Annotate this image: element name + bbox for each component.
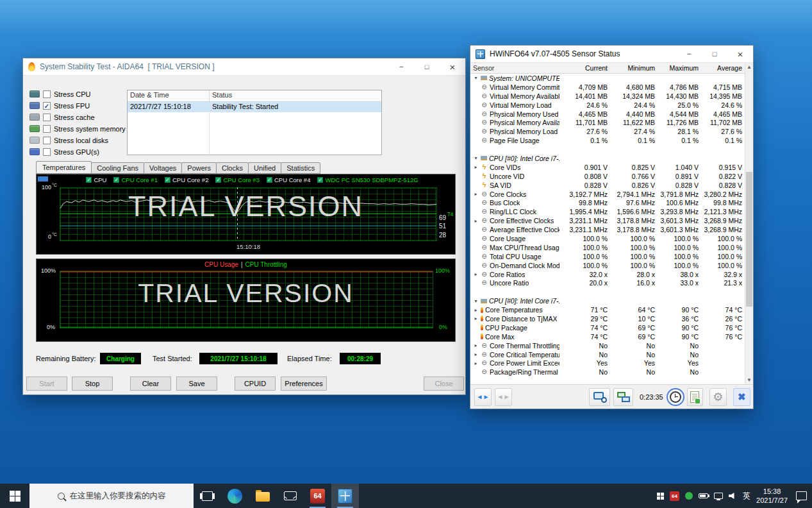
tab-unified[interactable]: Unified xyxy=(248,162,281,174)
tab-temperatures[interactable]: Temperatures xyxy=(36,161,92,174)
tab-clocks[interactable]: Clocks xyxy=(216,162,249,174)
chevron-icon[interactable] xyxy=(473,360,479,366)
sensor-row[interactable]: Virtual Memory Load24.6 %24.4 %25.0 %24.… xyxy=(470,101,745,110)
sensor-row[interactable]: Core Power Limit Excee...YesYesYes xyxy=(470,359,745,368)
taskbar-aida64-button[interactable]: 64 xyxy=(304,484,331,508)
checkbox[interactable] xyxy=(43,114,51,121)
sensor-row[interactable]: Virtual Memory Available14,401 MB14,324 … xyxy=(470,92,745,101)
chevron-icon[interactable] xyxy=(473,298,479,304)
stress-option[interactable]: Stress GPU(s) xyxy=(29,148,126,156)
checkbox[interactable] xyxy=(43,148,51,156)
maximize-button[interactable] xyxy=(414,58,440,75)
aida64-titlebar[interactable]: System Stability Test - AIDA64 [ TRIAL V… xyxy=(23,58,465,76)
sensor-row[interactable]: Virtual Memory Commited4,709 MB4,680 MB4… xyxy=(470,83,745,92)
clear-button[interactable]: Clear xyxy=(130,377,171,391)
nav-arrows-disabled-button[interactable] xyxy=(495,388,512,406)
settings-button[interactable] xyxy=(709,388,727,406)
maximize-button[interactable] xyxy=(702,46,727,62)
scroll-thumb[interactable] xyxy=(746,172,752,307)
column-header-current[interactable]: Current xyxy=(559,64,608,72)
column-header-minimum[interactable]: Minimum xyxy=(608,64,655,72)
checkbox[interactable] xyxy=(43,90,51,98)
legend-checkbox[interactable] xyxy=(86,177,92,183)
battery-icon[interactable] xyxy=(699,493,708,498)
sensor-row[interactable]: SA VID0.828 V0.826 V0.828 V0.828 V xyxy=(470,181,745,190)
taskbar-clock[interactable]: 15:38 2021/7/27 xyxy=(756,487,788,505)
legend-checkbox[interactable] xyxy=(317,177,323,183)
tray-aida64-icon[interactable]: 64 xyxy=(670,491,679,501)
stress-option[interactable]: Stress local disks xyxy=(29,136,126,144)
report-button[interactable] xyxy=(687,388,703,406)
sensor-row[interactable]: Ring/LLC Clock1,995.4 MHz1,596.6 MHz3,29… xyxy=(470,207,745,216)
language-indicator[interactable]: 英 xyxy=(743,491,750,502)
legend-checkbox[interactable] xyxy=(267,177,272,183)
sensor-row[interactable]: Average Effective Clock3,231.1 MHz3,178.… xyxy=(470,225,745,234)
sensor-row[interactable]: Package/Ring Thermal Thr...NoNoNo xyxy=(470,368,745,377)
legend-item[interactable]: CPU xyxy=(86,176,106,183)
sensor-row[interactable]: Physical Memory Used4,465 MB4,440 MB4,54… xyxy=(470,110,745,119)
chevron-icon[interactable] xyxy=(473,218,479,224)
legend-checkbox[interactable] xyxy=(165,177,170,183)
close-button[interactable] xyxy=(727,46,753,62)
chevron-icon[interactable] xyxy=(473,307,479,313)
minimize-button[interactable] xyxy=(388,58,414,75)
stress-option[interactable]: Stress FPU xyxy=(29,101,126,110)
preferences-button[interactable]: Preferences xyxy=(281,377,327,391)
chevron-icon[interactable] xyxy=(473,271,479,277)
stop-button[interactable]: Stop xyxy=(72,377,113,391)
monitor-search-button[interactable] xyxy=(589,388,610,406)
chevron-icon[interactable] xyxy=(473,164,479,170)
sensor-row[interactable]: Core Clocks3,192.7 MHz2,794.1 MHz3,791.8… xyxy=(470,190,745,199)
minimize-button[interactable] xyxy=(676,46,702,62)
legend-item[interactable]: CPU Core #3 xyxy=(215,176,260,183)
tab-voltages[interactable]: Voltages xyxy=(144,162,182,174)
sensor-row[interactable]: Uncore Ratio20.0 x16.0 x33.0 x21.3 x xyxy=(470,278,745,287)
stress-option[interactable]: Stress cache xyxy=(29,113,126,121)
sensor-row[interactable]: Core VIDs0.901 V0.825 V1.040 V0.915 V xyxy=(470,163,745,172)
taskbar-hwinfo-button[interactable] xyxy=(331,484,359,508)
column-header-maximum[interactable]: Maximum xyxy=(655,64,699,72)
sensor-row[interactable]: Core Ratios32.0 x28.0 x38.0 x32.9 x xyxy=(470,270,745,279)
tab-powers[interactable]: Powers xyxy=(181,162,217,174)
stress-option[interactable]: Stress CPU xyxy=(29,90,126,98)
chevron-icon[interactable] xyxy=(473,343,479,348)
cpuid-button[interactable]: CPUID xyxy=(235,377,276,391)
sensor-row[interactable]: Core Thermal ThrottlingNoNoNo xyxy=(470,341,745,350)
legend-item[interactable]: CPU Core #2 xyxy=(165,176,209,183)
sensor-row[interactable]: Core Temperatures71 °C64 °C90 °C74 °C xyxy=(470,305,745,314)
tab-cooling-fans[interactable]: Cooling Fans xyxy=(91,162,144,174)
stress-option[interactable]: Stress system memory xyxy=(29,124,126,133)
sensor-row[interactable]: Core Critical TemperatureNoNoNo xyxy=(470,350,745,359)
sensor-row[interactable]: Page File Usage0.1 %0.1 %0.1 %0.1 % xyxy=(470,136,745,145)
sensor-group-row[interactable]: System: UNICOMPUTE Unis... xyxy=(470,74,745,83)
close-sensors-button[interactable] xyxy=(733,388,750,406)
start-button[interactable] xyxy=(0,484,29,508)
remote-monitoring-button[interactable] xyxy=(613,388,633,406)
sensor-row[interactable]: Uncore VID0.808 V0.766 V0.891 V0.822 V xyxy=(470,172,745,181)
volume-icon[interactable] xyxy=(729,492,737,500)
hwinfo-titlebar[interactable]: HWiNFO64 v7.07-4505 Sensor Status xyxy=(470,46,753,63)
legend-item[interactable]: WDC PC SN530 SDBPMPZ-512G xyxy=(317,176,418,183)
log-column-header[interactable]: Status xyxy=(210,90,381,101)
column-header-sensor[interactable]: Sensor xyxy=(473,64,559,72)
action-center-icon[interactable] xyxy=(796,491,807,500)
checkbox[interactable] xyxy=(43,137,51,144)
sensor-row[interactable]: Max CPU/Thread Usage100.0 %100.0 %100.0 … xyxy=(470,243,745,252)
sensor-row[interactable]: Physical Memory Available11,701 MB11,622… xyxy=(470,118,745,127)
sensor-row[interactable]: Bus Clock99.8 MHz97.6 MHz100.6 MHz99.8 M… xyxy=(470,198,745,207)
log-row[interactable]: 2021/7/27 15:10:18Stability Test: Starte… xyxy=(128,102,381,112)
close-button[interactable] xyxy=(440,58,465,75)
sensor-row[interactable]: Physical Memory Load27.6 %27.4 %28.1 %27… xyxy=(470,127,745,136)
network-icon[interactable] xyxy=(714,493,723,499)
checkbox[interactable] xyxy=(43,102,51,110)
legend-checkbox[interactable] xyxy=(113,177,119,183)
taskbar-file-explorer-button[interactable] xyxy=(249,484,276,508)
sensor-row[interactable]: Total CPU Usage100.0 %100.0 %100.0 %100.… xyxy=(470,252,745,261)
sensor-row[interactable]: Core Distance to TjMAX29 °C10 °C36 °C26 … xyxy=(470,314,745,323)
save-button[interactable]: Save xyxy=(176,377,217,391)
legend-checkbox[interactable] xyxy=(215,177,221,183)
tray-antivirus-icon[interactable] xyxy=(685,492,693,500)
tray-grid-icon[interactable] xyxy=(657,493,664,500)
chevron-icon[interactable] xyxy=(473,316,479,321)
sensor-group-row[interactable]: CPU [#0]: Intel Core i7-116... xyxy=(470,296,745,305)
